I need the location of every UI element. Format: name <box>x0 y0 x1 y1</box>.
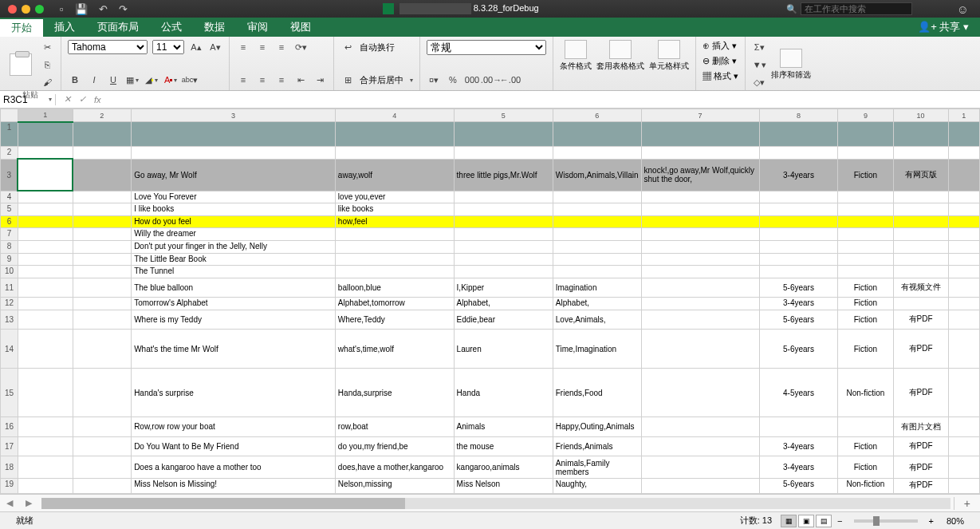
cell[interactable] <box>73 278 132 297</box>
cell[interactable] <box>73 253 132 266</box>
cell[interactable] <box>73 240 132 253</box>
cell[interactable] <box>838 122 893 147</box>
cell[interactable] <box>838 253 893 266</box>
cell[interactable] <box>454 228 553 241</box>
cell[interactable]: 有PDF <box>893 436 948 456</box>
cell[interactable] <box>553 228 641 241</box>
cell[interactable]: row,boat <box>335 417 454 436</box>
row-header[interactable]: 9 <box>1 253 18 266</box>
cell[interactable] <box>948 478 979 493</box>
cell[interactable] <box>454 203 553 216</box>
search-box[interactable]: 🔍 <box>786 2 946 15</box>
decrease-decimal-icon[interactable]: ←.00 <box>503 73 518 87</box>
cell[interactable] <box>948 330 979 369</box>
cell[interactable]: balloon,blue <box>335 278 454 297</box>
insert-cells-button[interactable]: ⊕ 插入 ▾ <box>703 40 738 52</box>
cell[interactable]: Fiction <box>838 310 893 329</box>
row-header[interactable]: 11 <box>1 278 18 297</box>
cell[interactable] <box>948 147 979 160</box>
fill-color-button[interactable]: ◢▾ <box>144 73 159 87</box>
cell[interactable] <box>948 228 979 241</box>
cell[interactable]: The Tunnel <box>132 266 336 278</box>
cell[interactable]: How do you feel <box>132 215 336 228</box>
cell[interactable] <box>641 253 759 266</box>
zoom-level[interactable]: 80% <box>939 516 972 526</box>
search-input[interactable] <box>801 2 912 15</box>
cell[interactable]: does,have a mother,kangaroo <box>335 456 454 479</box>
cell[interactable]: away,wolf <box>335 159 454 191</box>
cell[interactable] <box>73 122 132 147</box>
row-header[interactable]: 15 <box>1 369 18 417</box>
spreadsheet-grid[interactable]: 123 456 789 101 123Go away, Mr Wolfaway,… <box>0 109 980 494</box>
currency-icon[interactable]: ¤▾ <box>427 73 441 87</box>
cell[interactable]: the mouse <box>454 436 553 456</box>
number-format-select[interactable]: 常规 <box>427 40 546 55</box>
cell[interactable] <box>893 215 948 228</box>
align-center-icon[interactable]: ≡ <box>255 73 270 87</box>
cell[interactable] <box>73 417 132 436</box>
row-header[interactable]: 19 <box>1 478 18 493</box>
cell[interactable]: 4-5years <box>759 369 838 417</box>
cell[interactable]: Eddie,bear <box>454 310 553 329</box>
cell[interactable] <box>948 240 979 253</box>
merge-label[interactable]: 合并后居中 <box>360 74 403 86</box>
save-as-icon[interactable]: 💾 <box>75 3 88 15</box>
cell[interactable]: 有视频文件 <box>893 278 948 297</box>
tab-formula[interactable]: 公式 <box>150 18 193 37</box>
cell[interactable] <box>641 417 759 436</box>
cell[interactable]: do you,my friend,be <box>335 436 454 456</box>
row-header[interactable]: 17 <box>1 436 18 456</box>
cell[interactable] <box>553 191 641 203</box>
cell[interactable] <box>948 456 979 479</box>
cell[interactable] <box>948 159 979 191</box>
cell[interactable] <box>641 215 759 228</box>
cell[interactable]: Animals,Family members <box>553 456 641 479</box>
cell[interactable]: Row,row row your boat <box>132 417 336 436</box>
cell[interactable] <box>553 266 641 278</box>
cell[interactable] <box>18 310 73 329</box>
cell[interactable]: Imagination <box>553 278 641 297</box>
increase-font-icon[interactable]: A▴ <box>189 40 203 54</box>
cell[interactable] <box>18 147 73 160</box>
cell[interactable]: 有PDF <box>893 330 948 369</box>
cell[interactable]: Does a kangaroo have a mother too <box>132 456 336 479</box>
share-button[interactable]: 👤+ 共享 ▾ <box>907 20 980 34</box>
cell[interactable] <box>948 436 979 456</box>
comma-icon[interactable]: 000 <box>465 73 479 87</box>
cell[interactable] <box>948 215 979 228</box>
align-middle-icon[interactable]: ≡ <box>255 40 270 54</box>
cell[interactable] <box>641 278 759 297</box>
cell[interactable] <box>73 456 132 479</box>
zoom-window-icon[interactable] <box>35 5 44 14</box>
cell[interactable]: Fiction <box>838 159 893 191</box>
cell[interactable] <box>335 147 454 160</box>
cell[interactable] <box>454 253 553 266</box>
row-header[interactable]: 18 <box>1 456 18 479</box>
cell[interactable]: Handa's surprise <box>132 369 336 417</box>
cell[interactable] <box>948 310 979 329</box>
cell[interactable] <box>948 203 979 216</box>
cell[interactable] <box>553 122 641 147</box>
cell[interactable] <box>335 266 454 278</box>
cell[interactable] <box>641 310 759 329</box>
normal-view-icon[interactable]: ▦ <box>781 515 797 527</box>
conditional-format-button[interactable]: 条件格式 <box>560 40 592 72</box>
cell[interactable]: knock!,go away,Mr Wolf,quickly shut the … <box>641 159 759 191</box>
select-all-corner[interactable] <box>1 109 18 122</box>
format-cells-button[interactable]: ▦ 格式 ▾ <box>703 70 738 82</box>
cell[interactable]: 有PDF <box>893 456 948 479</box>
cell[interactable] <box>18 159 73 191</box>
zoom-out-button[interactable]: − <box>832 516 847 526</box>
cell[interactable]: Fiction <box>838 278 893 297</box>
row-header[interactable]: 13 <box>1 310 18 329</box>
undo-icon[interactable]: ↶ <box>99 3 108 15</box>
cell[interactable] <box>893 266 948 278</box>
cell[interactable]: 有图片文档 <box>893 417 948 436</box>
cell[interactable] <box>18 369 73 417</box>
cell[interactable] <box>73 369 132 417</box>
cell[interactable]: Lauren <box>454 330 553 369</box>
tab-data[interactable]: 数据 <box>193 18 236 37</box>
cell[interactable] <box>641 240 759 253</box>
cell[interactable]: Friends,Food <box>553 369 641 417</box>
cell[interactable]: how,feel <box>335 215 454 228</box>
